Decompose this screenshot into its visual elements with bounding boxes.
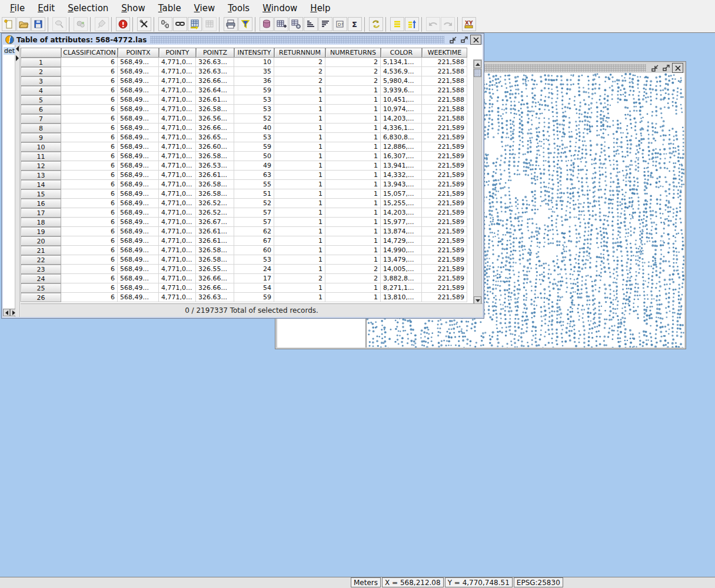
statistics-sigma-button[interactable]: Σ: [348, 17, 362, 31]
settings-tools-button[interactable]: [137, 17, 151, 31]
row-number[interactable]: 7: [21, 114, 61, 123]
splitter-expand-icon[interactable]: [16, 55, 19, 61]
table-row[interactable]: 26568,49...4,771,0...326.63...35224,536,…: [21, 67, 483, 76]
menu-show[interactable]: Show: [115, 2, 151, 15]
redo-button[interactable]: [441, 17, 455, 31]
import-table-button[interactable]: [188, 17, 202, 31]
table-row[interactable]: 116568,49...4,771,0...326.58...501116,30…: [21, 152, 483, 161]
unlink-table-button[interactable]: [158, 17, 172, 31]
menu-file[interactable]: File: [4, 2, 31, 15]
table-maximize-icon[interactable]: [459, 35, 469, 44]
column-header-pointx[interactable]: POINTX: [118, 48, 159, 58]
row-number[interactable]: 18: [21, 218, 61, 227]
table-row[interactable]: 56568,49...4,771,0...326.61...531110,451…: [21, 95, 483, 105]
row-number[interactable]: 1: [21, 58, 61, 67]
field-manager-button[interactable]: D?: [333, 17, 347, 31]
new-document-button[interactable]: [2, 17, 16, 31]
column-header-pointy[interactable]: POINTY: [159, 48, 196, 58]
menu-window[interactable]: Window: [256, 2, 304, 15]
save-button[interactable]: [31, 17, 45, 31]
row-number[interactable]: 14: [21, 180, 61, 189]
row-number[interactable]: 16: [21, 199, 61, 208]
menu-help[interactable]: Help: [304, 2, 337, 15]
table-row[interactable]: 256568,49...4,771,0...326.66...54118,271…: [21, 283, 483, 293]
table-row[interactable]: 206568,49...4,771,0...326.61...671114,72…: [21, 236, 483, 246]
menu-view[interactable]: View: [188, 2, 222, 15]
error-report-button[interactable]: [116, 17, 130, 31]
epsg-indicator[interactable]: EPSG:25830: [514, 577, 563, 587]
splitter-collapse-icon[interactable]: [16, 46, 19, 52]
table-row[interactable]: 86568,49...4,771,0...326.66...40114,336,…: [21, 123, 483, 133]
row-number[interactable]: 22: [21, 255, 61, 265]
clean-brush-button[interactable]: [95, 17, 109, 31]
row-number[interactable]: 23: [21, 265, 61, 274]
scroll-up-icon[interactable]: [474, 60, 481, 68]
add-column-button[interactable]: [274, 17, 288, 31]
refresh-button[interactable]: [369, 17, 383, 31]
table-row[interactable]: 166568,49...4,771,0...326.52...521115,25…: [21, 199, 483, 208]
table-row[interactable]: 106568,49...4,771,0...326.60...591112,88…: [21, 142, 483, 152]
view-close-icon[interactable]: [672, 63, 683, 73]
attribute-table-window[interactable]: Table of attributes: 568-4772.las det: [2, 34, 484, 318]
process-gears-button[interactable]: [74, 17, 88, 31]
measure-xy-button[interactable]: XY: [462, 17, 476, 31]
table-row[interactable]: 46568,49...4,771,0...326.64...59113,939,…: [21, 86, 483, 95]
table-side-panel[interactable]: det: [3, 45, 15, 317]
table-row[interactable]: 76568,49...4,771,0...326.56...521114,203…: [21, 114, 483, 123]
view-maximize-icon[interactable]: [661, 64, 671, 72]
open-folder-button[interactable]: [16, 17, 31, 31]
menu-selection[interactable]: Selection: [61, 2, 115, 15]
row-number[interactable]: 17: [21, 208, 61, 218]
export-table-button[interactable]: [202, 17, 217, 31]
sort-descending-button[interactable]: [318, 17, 332, 31]
link-table-button[interactable]: [173, 17, 187, 31]
menu-table[interactable]: Table: [152, 2, 188, 15]
database-button[interactable]: [260, 17, 274, 31]
column-header-intensity[interactable]: INTENSITY: [234, 48, 274, 58]
table-row[interactable]: 196568,49...4,771,0...326.61...621113,87…: [21, 227, 483, 236]
filter-button[interactable]: [238, 17, 252, 31]
undo-button[interactable]: [426, 17, 440, 31]
row-number[interactable]: 10: [21, 142, 61, 152]
view-minimize-icon[interactable]: [650, 64, 660, 72]
table-minimize-icon[interactable]: [448, 35, 458, 44]
table-row[interactable]: 126568,49...4,771,0...326.53...491113,94…: [21, 161, 483, 171]
menu-tools[interactable]: Tools: [221, 2, 256, 15]
table-row[interactable]: 16568,49...4,771,0...326.63...10225,134,…: [21, 58, 483, 67]
row-number[interactable]: 9: [21, 133, 61, 142]
column-header-numreturns[interactable]: NUMRETURNS: [325, 48, 381, 58]
row-number[interactable]: 26: [21, 293, 61, 302]
row-number[interactable]: 4: [21, 86, 61, 95]
column-header-color[interactable]: COLOR: [381, 48, 422, 58]
menu-edit[interactable]: Edit: [31, 2, 61, 15]
row-number[interactable]: 11: [21, 152, 61, 161]
row-number[interactable]: 15: [21, 189, 61, 199]
table-vscrollbar[interactable]: [473, 59, 482, 304]
column-header-returnnum[interactable]: RETURNNUM: [274, 48, 325, 58]
table-row[interactable]: 36568,49...4,771,0...326.66...36225,980,…: [21, 76, 483, 86]
selected-rows-button[interactable]: [390, 17, 404, 31]
row-number[interactable]: 5: [21, 95, 61, 105]
table-row[interactable]: 136568,49...4,771,0...326.61...631114,33…: [21, 171, 483, 180]
column-header-pointz[interactable]: POINTZ: [196, 48, 234, 58]
row-number[interactable]: 6: [21, 105, 61, 114]
table-row[interactable]: 176568,49...4,771,0...326.52...571114,20…: [21, 208, 483, 218]
move-selection-top-button[interactable]: [405, 17, 419, 31]
row-number[interactable]: 2: [21, 67, 61, 76]
row-number[interactable]: 21: [21, 246, 61, 255]
table-row[interactable]: 216568,49...4,771,0...326.58...601114,99…: [21, 246, 483, 255]
table-row[interactable]: 96568,49...4,771,0...326.65...53116,830,…: [21, 133, 483, 142]
row-number[interactable]: 8: [21, 123, 61, 133]
table-row[interactable]: 266568,49...4,771,0...326.63...591113,81…: [21, 293, 483, 302]
vscroll-thumb[interactable]: [474, 69, 481, 77]
row-number[interactable]: 13: [21, 171, 61, 180]
table-row[interactable]: 226568,49...4,771,0...326.58...531113,47…: [21, 255, 483, 265]
stamp-tool-button[interactable]: [52, 17, 66, 31]
row-number[interactable]: 20: [21, 236, 61, 246]
table-row[interactable]: 246568,49...4,771,0...326.66...17223,882…: [21, 274, 483, 283]
table-row[interactable]: 236568,49...4,771,0...326.55...241214,00…: [21, 265, 483, 274]
column-header-weektime[interactable]: WEEKTIME: [422, 48, 467, 58]
scroll-left-icon[interactable]: [3, 309, 10, 316]
table-window-titlebar[interactable]: Table of attributes: 568-4772.las: [3, 35, 483, 45]
table-row[interactable]: 66568,49...4,771,0...326.58...531110,974…: [21, 105, 483, 114]
